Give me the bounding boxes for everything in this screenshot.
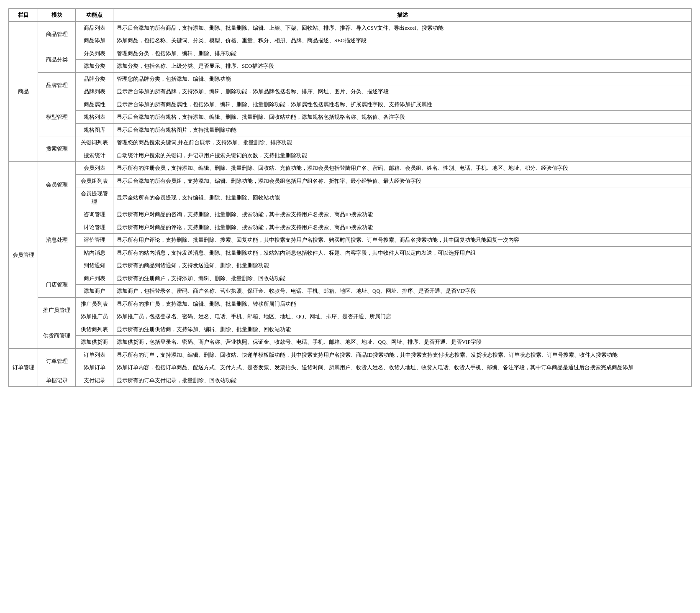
feature-cell: 商品列表 (76, 21, 113, 34)
main-table: 栏目 模块 功能点 描述 商品商品管理商品列表显示后台添加的所有商品，支持添加、… (8, 8, 692, 387)
feature-cell: 评价管理 (76, 234, 113, 247)
desc-cell: 显示后台添加的所有品牌，支持添加、编辑、删除功能，添加品牌包括名称、排序、网址、… (113, 85, 692, 98)
desc-cell: 添加商户，包括登录名、密码、商户名称、营业执照、保证金、收款号、电话、手机、邮箱… (113, 285, 692, 298)
desc-cell: 显示所有的推广员，支持添加、编辑、删除、批量删除、转移所属门店功能 (113, 297, 692, 310)
table-row: 添加订单添加订单内容，包括订单商品、配送方式、支付方式、是否发票、发票抬头、送货… (9, 361, 692, 374)
feature-cell: 搜索统计 (76, 149, 113, 162)
table-row: 供货商管理供货商列表显示所有的注册供货商，支持添加、编辑、删除、批量删除、回收站… (9, 323, 692, 336)
desc-cell: 显示后台添加的所有会员组，支持添加、编辑、删除功能，添加会员组包括用户组名称、折… (113, 174, 692, 187)
table-row: 添加推广员添加推广员，包括登录名、密码、姓名、电话、手机、邮箱、地区、地址、QQ… (9, 310, 692, 323)
feature-cell: 品牌分类 (76, 72, 113, 85)
category-cell: 订单管理 (9, 348, 38, 387)
module-cell: 单据记录 (38, 374, 76, 387)
table-row: 推广员管理推广员列表显示所有的推广员，支持添加、编辑、删除、批量删除、转移所属门… (9, 297, 692, 310)
table-row: 规格图库显示后台添加的所有规格图片，支持批量删除功能 (9, 123, 692, 136)
desc-cell: 显示所有用户评论，支持删除、批量删除、搜索、回复功能，其中搜索支持用户名搜索、购… (113, 234, 692, 247)
feature-cell: 商品属性 (76, 98, 113, 111)
feature-cell: 规格列表 (76, 111, 113, 124)
feature-cell: 商户列表 (76, 272, 113, 285)
desc-cell: 管理您的商品搜索关键词,并在前台展示，支持添加、批量删除、排序功能 (113, 136, 692, 149)
feature-cell: 添加分类 (76, 60, 113, 73)
module-cell: 门店管理 (38, 272, 76, 297)
feature-cell: 咨询管理 (76, 208, 113, 221)
desc-cell: 添加分类，包括名称、上级分类、是否显示、排序、SEO描述字段 (113, 60, 692, 73)
desc-cell: 显示所有的注册会员，支持添加、编辑、删除、批量删除、回收站、充值功能，添加会员包… (113, 162, 692, 175)
table-row: 会员管理会员管理会员列表显示所有的注册会员，支持添加、编辑、删除、批量删除、回收… (9, 162, 692, 175)
table-row: 搜索管理关键词列表管理您的商品搜索关键词,并在前台展示，支持添加、批量删除、排序… (9, 136, 692, 149)
header-module: 模块 (38, 9, 76, 22)
desc-cell: 显示后台添加的所有商品，支持添加、删除、批量删除、编辑、上架、下架、回收站、排序… (113, 21, 692, 34)
feature-cell: 添加供货商 (76, 336, 113, 349)
table-row: 会员组列表显示后台添加的所有会员组，支持添加、编辑、删除功能，添加会员组包括用户… (9, 174, 692, 187)
table-row: 消息处理咨询管理显示所有用户对商品的咨询，支持删除、批量删除、搜索功能，其中搜索… (9, 208, 692, 221)
desc-cell: 显示所有的注册供货商，支持添加、编辑、删除、批量删除、回收站功能 (113, 323, 692, 336)
table-row: 添加供货商添加供货商，包括登录名、密码、商户名称、营业执照、保证金、收款号、电话… (9, 336, 692, 349)
feature-cell: 添加订单 (76, 361, 113, 374)
desc-cell: 显示后台添加的所有规格图片，支持批量删除功能 (113, 123, 692, 136)
table-row: 商品商品管理商品列表显示后台添加的所有商品，支持添加、删除、批量删除、编辑、上架… (9, 21, 692, 34)
table-row: 商品添加添加商品，包括名称、关键词、分类、模型、价格、重量、积分、相册、品牌、商… (9, 34, 692, 47)
desc-cell: 添加推广员，包括登录名、密码、姓名、电话、手机、邮箱、地区、地址、QQ、网址、排… (113, 310, 692, 323)
desc-cell: 显示后台添加的所有规格，支持添加、编辑、删除、批量删除、回收站功能，添加规格包括… (113, 111, 692, 124)
desc-cell: 管理商品分类，包括添加、编辑、删除、排序功能 (113, 47, 692, 60)
desc-cell: 管理您的品牌分类，包括添加、编辑、删除功能 (113, 72, 692, 85)
desc-cell: 添加供货商，包括登录名、密码、商户名称、营业执照、保证金、收款号、电话、手机、邮… (113, 336, 692, 349)
feature-cell: 到货通知 (76, 259, 113, 272)
table-row: 会员提现管理显示全站所有的会员提现，支持编辑、删除、批量删除、回收站功能 (9, 187, 692, 208)
feature-cell: 订单列表 (76, 348, 113, 361)
desc-cell: 显示所有用户对商品的评论，支持删除、批量删除、搜索功能，其中搜索支持用户名搜索、… (113, 221, 692, 234)
module-cell: 商品分类 (38, 47, 76, 72)
feature-cell: 会员列表 (76, 162, 113, 175)
module-cell: 消息处理 (38, 208, 76, 272)
desc-cell: 显示后台添加的所有商品属性，包括添加、编辑、删除、批量删除功能，添加属性包括属性… (113, 98, 692, 111)
table-row: 订单管理订单管理订单列表显示所有的订单，支持添加、编辑、删除、回收站、快递单模板… (9, 348, 692, 361)
desc-cell: 显示所有的站内消息，支持发送消息、删除、批量删除功能，发站站内消息包括收件人、标… (113, 246, 692, 259)
feature-cell: 会员组列表 (76, 174, 113, 187)
desc-cell: 显示所有的注册商户，支持添加、编辑、删除、批量删除、回收站功能 (113, 272, 692, 285)
category-cell: 商品 (9, 21, 38, 162)
table-row: 品牌管理品牌分类管理您的品牌分类，包括添加、编辑、删除功能 (9, 72, 692, 85)
module-cell: 订单管理 (38, 348, 76, 374)
feature-cell: 品牌列表 (76, 85, 113, 98)
feature-cell: 商品添加 (76, 34, 113, 47)
category-cell: 会员管理 (9, 162, 38, 349)
desc-cell: 添加商品，包括名称、关键词、分类、模型、价格、重量、积分、相册、品牌、商品描述、… (113, 34, 692, 47)
table-row: 规格列表显示后台添加的所有规格，支持添加、编辑、删除、批量删除、回收站功能，添加… (9, 111, 692, 124)
feature-cell: 添加商户 (76, 285, 113, 298)
feature-cell: 推广员列表 (76, 297, 113, 310)
table-row: 评价管理显示所有用户评论，支持删除、批量删除、搜索、回复功能，其中搜索支持用户名… (9, 234, 692, 247)
desc-cell: 显示所有用户对商品的咨询，支持删除、批量删除、搜索功能，其中搜索支持用户名搜索、… (113, 208, 692, 221)
feature-cell: 支付记录 (76, 374, 113, 387)
table-row: 到货通知显示所有的商品到货通知，支持发送通知、删除、批量删除功能 (9, 259, 692, 272)
module-cell: 模型管理 (38, 98, 76, 136)
feature-cell: 会员提现管理 (76, 187, 113, 208)
table-row: 搜索统计自动统计用户搜索的关键词，并记录用户搜索关键词的次数，支持批量删除功能 (9, 149, 692, 162)
desc-cell: 自动统计用户搜索的关键词，并记录用户搜索关键词的次数，支持批量删除功能 (113, 149, 692, 162)
module-cell: 推广员管理 (38, 297, 76, 323)
table-row: 站内消息显示所有的站内消息，支持发送消息、删除、批量删除功能，发站站内消息包括收… (9, 246, 692, 259)
module-cell: 搜索管理 (38, 136, 76, 162)
desc-cell: 显示所有的订单支付记录，批量删除、回收站功能 (113, 374, 692, 387)
module-cell: 会员管理 (38, 162, 76, 208)
table-row: 单据记录支付记录显示所有的订单支付记录，批量删除、回收站功能 (9, 374, 692, 387)
header-category: 栏目 (9, 9, 38, 22)
module-cell: 供货商管理 (38, 323, 76, 348)
module-cell: 品牌管理 (38, 72, 76, 98)
desc-cell: 显示所有的订单，支持添加、编辑、删除、回收站、快递单模板版功能，其中搜索支持用户… (113, 348, 692, 361)
desc-cell: 显示所有的商品到货通知，支持发送通知、删除、批量删除功能 (113, 259, 692, 272)
desc-cell: 添加订单内容，包括订单商品、配送方式、支付方式、是否发票、发票抬头、送货时间、所… (113, 361, 692, 374)
header-desc: 描述 (113, 9, 692, 22)
table-header-row: 栏目 模块 功能点 描述 (9, 9, 692, 22)
feature-cell: 站内消息 (76, 246, 113, 259)
feature-cell: 规格图库 (76, 123, 113, 136)
module-cell: 商品管理 (38, 21, 76, 47)
feature-cell: 关键词列表 (76, 136, 113, 149)
table-row: 添加商户添加商户，包括登录名、密码、商户名称、营业执照、保证金、收款号、电话、手… (9, 285, 692, 298)
table-row: 商品分类分类列表管理商品分类，包括添加、编辑、删除、排序功能 (9, 47, 692, 60)
header-feature: 功能点 (76, 9, 113, 22)
feature-cell: 添加推广员 (76, 310, 113, 323)
feature-cell: 供货商列表 (76, 323, 113, 336)
table-row: 模型管理商品属性显示后台添加的所有商品属性，包括添加、编辑、删除、批量删除功能，… (9, 98, 692, 111)
table-row: 添加分类添加分类，包括名称、上级分类、是否显示、排序、SEO描述字段 (9, 60, 692, 73)
feature-cell: 分类列表 (76, 47, 113, 60)
